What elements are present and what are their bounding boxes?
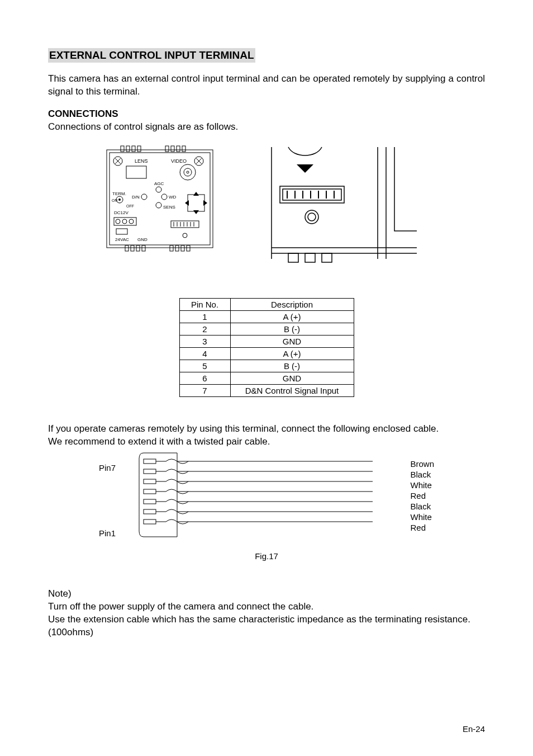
svg-text:24VAC: 24VAC (115, 237, 129, 242)
svg-marker-65 (297, 164, 313, 173)
svg-point-43 (122, 219, 127, 224)
svg-rect-1 (110, 153, 210, 245)
svg-rect-6 (165, 146, 169, 152)
remote-text-1: If you operate cameras remotely by using… (48, 423, 485, 436)
svg-rect-2 (121, 146, 124, 152)
svg-rect-80 (144, 459, 156, 464)
svg-rect-58 (131, 245, 134, 251)
svg-rect-57 (125, 245, 129, 251)
svg-text:TERM.: TERM. (112, 191, 126, 196)
svg-rect-60 (142, 245, 145, 251)
cable-color: Brown (410, 459, 434, 469)
svg-text:LENS: LENS (135, 158, 148, 164)
svg-rect-61 (170, 245, 173, 251)
svg-point-26 (118, 199, 121, 201)
svg-rect-77 (288, 253, 298, 262)
table-row: 2B (-) (179, 323, 354, 335)
svg-rect-64 (187, 245, 190, 251)
svg-rect-4 (132, 146, 135, 152)
cable-color: White (410, 512, 434, 522)
svg-text:D/N: D/N (132, 195, 140, 200)
page-number: En-24 (463, 724, 485, 734)
svg-rect-41 (114, 218, 136, 225)
svg-rect-79 (322, 253, 332, 262)
svg-rect-63 (181, 245, 184, 251)
svg-rect-5 (137, 146, 141, 152)
svg-point-44 (129, 219, 134, 224)
svg-point-28 (141, 194, 147, 200)
table-row: 7D&N Control Signal Input (179, 384, 354, 396)
svg-rect-62 (175, 245, 179, 251)
table-row: 6GND (179, 372, 354, 384)
svg-rect-54 (116, 229, 127, 234)
svg-rect-3 (126, 146, 130, 152)
svg-text:GND: GND (137, 237, 147, 242)
svg-marker-37 (193, 210, 199, 214)
svg-text:AGC: AGC (154, 181, 164, 186)
pin1-label: Pin1 (99, 528, 116, 538)
table-row: 5B (-) (179, 360, 354, 372)
connector-zoom-icon (249, 141, 417, 264)
svg-rect-59 (136, 245, 140, 251)
pin-header: Pin No. (179, 298, 230, 310)
note-line: (100ohms) (48, 626, 485, 639)
table-row: 3GND (179, 335, 354, 347)
svg-rect-67 (283, 189, 341, 200)
svg-point-21 (187, 171, 189, 173)
pin7-label: Pin7 (99, 463, 116, 472)
note-heading: Note) (48, 588, 485, 601)
intro-text: This camera has an external control inpu… (48, 73, 485, 98)
connections-heading: CONNECTIONS (48, 108, 485, 120)
svg-marker-38 (185, 200, 189, 206)
svg-point-23 (156, 187, 161, 192)
section-title: EXTERNAL CONTROL INPUT TERMINAL (48, 48, 255, 63)
svg-text:SENS: SENS (163, 205, 175, 210)
figure-row: LENS VIDEO AGC TERM. D/N WD ON OFF SENS (104, 141, 485, 264)
svg-rect-35 (188, 195, 204, 211)
table-row: 4A (+) (179, 347, 354, 360)
svg-rect-98 (144, 519, 156, 524)
figure-caption: Fig.17 (48, 551, 485, 561)
note-line: Use the extension cable which has the sa… (48, 613, 485, 626)
svg-rect-45 (171, 221, 199, 228)
svg-rect-83 (144, 469, 156, 474)
svg-text:DC12V: DC12V (114, 210, 129, 215)
cable-color: White (410, 480, 434, 490)
svg-text:ON: ON (112, 199, 118, 202)
svg-rect-8 (177, 146, 180, 152)
cable-diagram: Pin7 Pin1 Brown (99, 459, 434, 548)
svg-rect-9 (182, 146, 185, 152)
note-block: Note) Turn off the power supply of the c… (48, 588, 485, 639)
connections-intro: Connections of control signals are as fo… (48, 121, 485, 134)
svg-point-29 (161, 194, 167, 200)
cable-connector-icon (132, 447, 373, 542)
remote-text-2: We recommend to extend it with a twisted… (48, 436, 485, 448)
note-line: Turn off the power supply of the camera … (48, 601, 485, 613)
svg-rect-95 (144, 509, 156, 514)
svg-text:WD: WD (169, 195, 177, 200)
svg-point-75 (305, 210, 318, 224)
svg-text:VIDEO: VIDEO (171, 158, 187, 164)
cable-color: Red (410, 522, 434, 533)
cable-color: Black (410, 501, 434, 512)
table-row: 1A (+) (179, 310, 354, 323)
svg-rect-7 (171, 146, 174, 152)
svg-rect-89 (144, 489, 156, 494)
svg-point-19 (180, 164, 196, 180)
pin-table: Pin No. Description 1A (+) 2B (-) 3GND 4… (179, 298, 354, 397)
svg-point-42 (116, 219, 120, 224)
cable-color: Red (410, 490, 434, 501)
svg-marker-36 (193, 192, 199, 196)
svg-rect-92 (144, 499, 156, 504)
desc-header: Description (230, 298, 354, 310)
svg-point-53 (183, 233, 187, 238)
svg-point-20 (184, 168, 192, 176)
svg-rect-86 (144, 479, 156, 484)
camera-back-panel-icon: LENS VIDEO AGC TERM. D/N WD ON OFF SENS (104, 141, 216, 253)
svg-marker-39 (203, 200, 207, 206)
svg-point-33 (156, 202, 161, 208)
svg-point-76 (308, 213, 316, 221)
svg-rect-78 (305, 253, 315, 262)
svg-rect-18 (126, 166, 146, 178)
svg-text:OFF: OFF (126, 204, 134, 208)
